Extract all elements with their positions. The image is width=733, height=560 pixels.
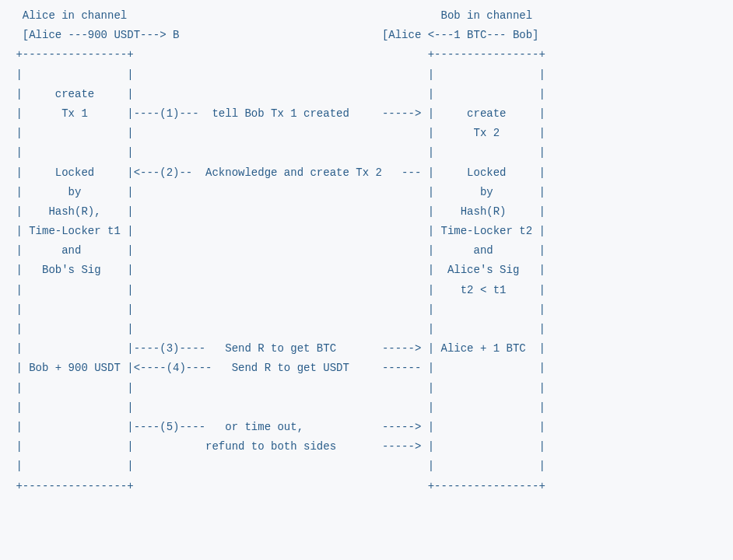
htlc-sequence-diagram: Alice in channel Bob in channel [Alice -… <box>0 0 733 502</box>
